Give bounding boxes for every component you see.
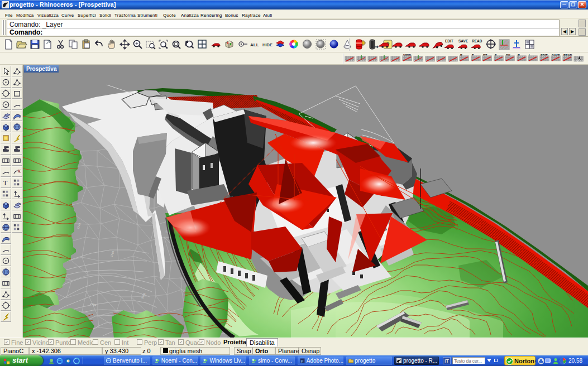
svg-text:P: P [300, 359, 303, 363]
svg-text:SAVE: SAVE [458, 39, 469, 43]
svg-text:ALL: ALL [250, 42, 259, 47]
svg-text:HIDE: HIDE [262, 42, 273, 47]
svg-text:T: T [3, 179, 8, 187]
svg-text:READ: READ [472, 39, 482, 43]
svg-text:EDIT: EDIT [445, 39, 453, 43]
